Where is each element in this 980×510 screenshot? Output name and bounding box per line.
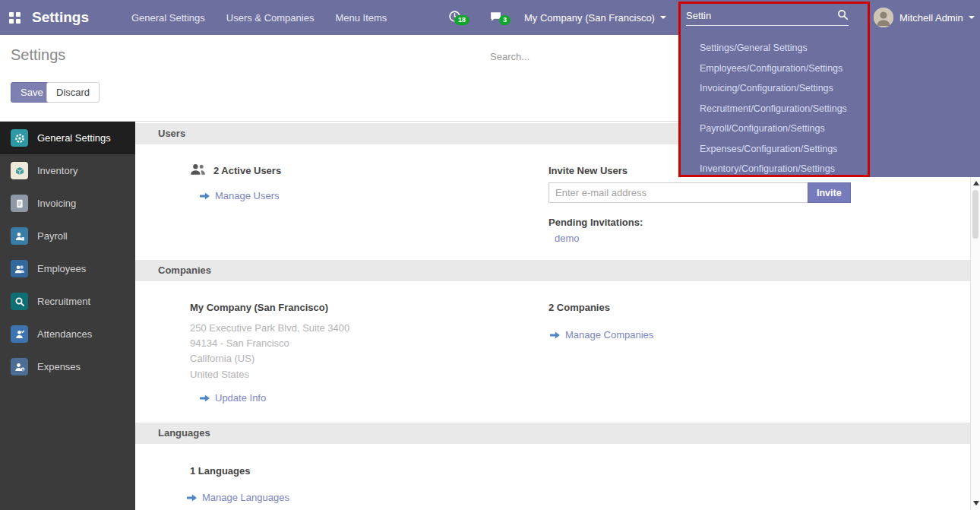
settings-sidebar: General Settings Inventory Invoicing Pay… bbox=[0, 122, 135, 510]
companies-count: 2 Companies bbox=[548, 302, 610, 313]
scroll-down-icon[interactable] bbox=[973, 501, 979, 505]
sidebar-item-recruitment[interactable]: Recruitment bbox=[0, 285, 135, 318]
update-info-link[interactable]: Update Info bbox=[200, 392, 266, 404]
scrollbar-thumb[interactable] bbox=[972, 190, 978, 239]
messages-button[interactable]: 3 bbox=[489, 0, 502, 35]
manage-users-link[interactable]: Manage Users bbox=[200, 190, 280, 201]
sidebar-item-label: Employees bbox=[37, 263, 86, 274]
navbar-search-input[interactable] bbox=[686, 10, 837, 21]
sidebar-item-label: Invoicing bbox=[37, 198, 76, 209]
menu-menu-items[interactable]: Menu Items bbox=[335, 12, 387, 24]
pending-invitations-label: Pending Invitations: bbox=[548, 217, 643, 228]
settings-content: Users 2 Active Users Manage Users Invite… bbox=[135, 122, 970, 510]
section-header-languages: Languages bbox=[135, 423, 970, 444]
search-icon[interactable] bbox=[837, 9, 849, 23]
search-result-item[interactable]: Expenses/Configuration/Settings bbox=[680, 139, 980, 160]
invoice-document-icon bbox=[11, 195, 28, 212]
languages-count: 1 Languages bbox=[190, 465, 250, 477]
sidebar-item-label: Expenses bbox=[37, 361, 81, 372]
arrow-right-icon bbox=[200, 394, 210, 402]
search-result-item[interactable]: Recruitment/Configuration/Settings bbox=[680, 99, 980, 119]
manage-languages-link[interactable]: Manage Languages bbox=[187, 492, 289, 503]
attendance-person-icon bbox=[11, 325, 28, 343]
records-search-input[interactable] bbox=[490, 46, 678, 66]
sidebar-item-label: Attendances bbox=[37, 328, 92, 340]
recruitment-magnifier-icon bbox=[11, 293, 28, 310]
sidebar-item-label: Recruitment bbox=[37, 296, 90, 307]
search-suggestions-dropdown: Settings/General Settings Employees/Conf… bbox=[680, 35, 980, 177]
sidebar-item-label: Inventory bbox=[37, 165, 77, 176]
search-result-item[interactable]: Employees/Configuration/Settings bbox=[680, 59, 980, 79]
apps-menu-icon[interactable] bbox=[9, 12, 21, 24]
arrow-right-icon bbox=[187, 494, 197, 502]
scroll-up-icon[interactable] bbox=[973, 181, 979, 185]
page-title: Settings bbox=[11, 46, 65, 64]
arrow-right-icon bbox=[550, 331, 560, 339]
active-users-row: 2 Active Users bbox=[190, 163, 281, 178]
sidebar-item-inventory[interactable]: Inventory bbox=[0, 154, 135, 187]
sidebar-item-label: General Settings bbox=[37, 132, 111, 144]
user-name: Mitchell Admin bbox=[899, 12, 963, 24]
pending-user-link[interactable]: demo bbox=[555, 233, 580, 244]
messages-badge: 3 bbox=[499, 15, 511, 25]
chevron-down-icon bbox=[969, 16, 975, 19]
vertical-scrollbar[interactable] bbox=[970, 176, 980, 510]
chevron-down-icon bbox=[660, 16, 666, 19]
navbar-menu: General Settings Users & Companies Menu … bbox=[131, 12, 387, 24]
top-navbar: Settings General Settings Users & Compan… bbox=[0, 0, 980, 35]
activities-badge: 18 bbox=[454, 15, 469, 25]
sidebar-item-invoicing[interactable]: Invoicing bbox=[0, 187, 135, 220]
invite-email-input[interactable] bbox=[548, 182, 808, 203]
search-result-item[interactable]: Invoicing/Configuration/Settings bbox=[680, 78, 980, 99]
menu-general-settings[interactable]: General Settings bbox=[131, 12, 205, 24]
avatar bbox=[874, 8, 893, 27]
invite-row: Invite bbox=[548, 182, 851, 203]
search-result-item[interactable]: Payroll/Configuration/Settings bbox=[680, 119, 980, 139]
arrow-right-icon bbox=[200, 192, 210, 200]
payroll-person-icon bbox=[11, 227, 28, 245]
inventory-box-icon bbox=[11, 162, 28, 179]
sidebar-item-expenses[interactable]: $ Expenses bbox=[0, 350, 135, 383]
app-title: Settings bbox=[32, 9, 89, 26]
company-address-line: 250 Executive Park Blvd, Suite 3400 bbox=[190, 321, 349, 336]
company-address-line: 94134 - San Francisco bbox=[190, 336, 289, 351]
section-header-companies: Companies bbox=[135, 260, 970, 281]
users-group-icon bbox=[190, 163, 206, 178]
navbar-search bbox=[686, 6, 849, 26]
discard-button[interactable]: Discard bbox=[46, 82, 100, 103]
active-users-count: 2 Active Users bbox=[213, 165, 281, 176]
manage-companies-link[interactable]: Manage Companies bbox=[550, 329, 653, 341]
sidebar-item-label: Payroll bbox=[37, 230, 68, 242]
company-name: My Company (San Francisco) bbox=[190, 302, 328, 313]
invite-button[interactable]: Invite bbox=[808, 182, 851, 203]
svg-text:$: $ bbox=[21, 367, 24, 371]
sidebar-item-payroll[interactable]: Payroll bbox=[0, 220, 135, 252]
company-address-line: California (US) bbox=[190, 351, 254, 366]
employees-people-icon bbox=[11, 260, 28, 277]
company-selector-label: My Company (San Francisco) bbox=[524, 12, 655, 24]
user-menu[interactable]: Mitchell Admin bbox=[874, 0, 975, 35]
company-address-line: United States bbox=[190, 367, 249, 382]
menu-users-companies[interactable]: Users & Companies bbox=[226, 12, 315, 24]
sidebar-item-attendances[interactable]: Attendances bbox=[0, 318, 135, 350]
sidebar-item-general-settings[interactable]: General Settings bbox=[0, 122, 135, 154]
search-result-item[interactable]: Settings/General Settings bbox=[680, 38, 980, 59]
activities-button[interactable]: 18 bbox=[448, 0, 461, 35]
company-selector[interactable]: My Company (San Francisco) bbox=[524, 0, 666, 35]
search-result-item[interactable]: Inventory/Configuration/Settings bbox=[680, 159, 980, 179]
expenses-person-icon: $ bbox=[11, 358, 28, 375]
sidebar-item-employees[interactable]: Employees bbox=[0, 252, 135, 285]
invite-new-users-label: Invite New Users bbox=[548, 165, 628, 176]
gear-icon bbox=[11, 129, 28, 147]
